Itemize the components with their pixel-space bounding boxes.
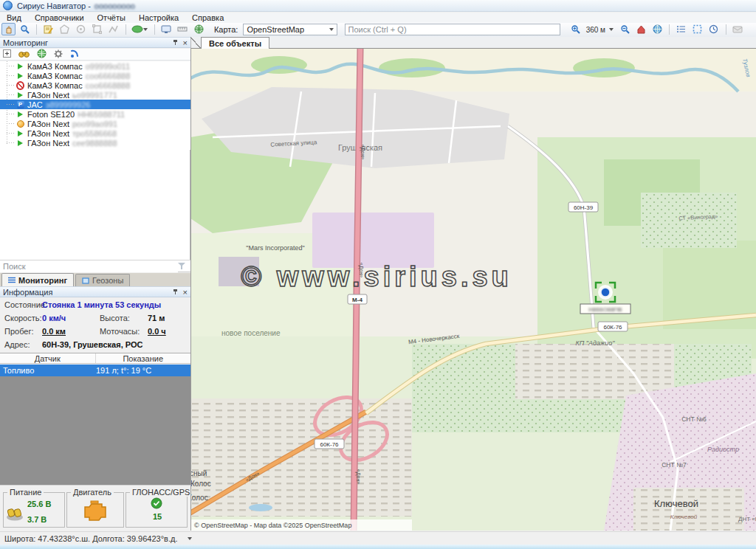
pin-icon[interactable]: [172, 39, 179, 46]
map-canvas[interactable]: Тузлов Советская улица Грушевская "Mars …: [190, 49, 756, 531]
measure-icon[interactable]: [176, 23, 190, 35]
legend-list-icon[interactable]: [674, 23, 688, 35]
status-parking-icon: [17, 101, 24, 108]
status-moving-icon: [18, 73, 23, 79]
place-snt6: СНТ №6: [681, 415, 707, 423]
vehicle-tree: КамАЗ Компасо99999о011 КамАЗ Компассоо66…: [0, 61, 190, 150]
close-icon[interactable]: ×: [183, 289, 188, 296]
expand-all-icon[interactable]: [3, 49, 11, 59]
place-novoe: новое поселение: [221, 329, 281, 337]
global-search-input[interactable]: [345, 24, 560, 35]
phone-track-icon[interactable]: [70, 49, 79, 60]
map-provider-select[interactable]: OpenStreetMap: [243, 24, 337, 35]
layers-dropdown-icon[interactable]: [131, 23, 150, 35]
globe-icon[interactable]: [650, 23, 664, 35]
window-title-redacted: ооооооооо: [94, 1, 135, 10]
settings-gear-icon[interactable]: [54, 49, 63, 60]
sensor-row[interactable]: Топливо 191 л; t°: 19 °C: [0, 365, 190, 376]
filter-funnel-icon[interactable]: [178, 263, 186, 270]
home-icon[interactable]: [634, 23, 648, 35]
zoom-in-icon[interactable]: [568, 23, 583, 35]
vehicle-name: JAC: [27, 100, 43, 109]
engine-hours-label: Моточасы:: [100, 327, 140, 336]
menu-nastroyka[interactable]: Настройка: [132, 13, 185, 22]
vehicle-plate: ьо99991771: [72, 91, 117, 100]
tab-all-objects[interactable]: Все объекты: [201, 37, 269, 49]
web-map-icon[interactable]: [192, 23, 206, 35]
vehicle-name: ГАЗон Next: [27, 91, 69, 100]
geozone-icon: [82, 277, 89, 284]
place-kolos2: Колос: [190, 494, 208, 502]
tree-empty-space: [0, 150, 190, 260]
vehicle-name: ГАЗон Next: [27, 139, 69, 148]
panel-splitter[interactable]: [190, 49, 191, 531]
power-label: Питание: [7, 488, 44, 497]
tree-item-selected[interactable]: JACэ899999926: [0, 100, 190, 109]
status-blocked-icon: [16, 81, 24, 90]
tree-item[interactable]: КамАЗ Компасо99999о011: [0, 61, 190, 71]
chevron-down-icon: [329, 28, 334, 31]
tab-monitoring-label: Мониторинг: [18, 276, 67, 285]
tree-item[interactable]: ГАЗон Nextтро5586668: [0, 128, 190, 138]
close-icon[interactable]: ×: [183, 39, 188, 46]
pin-icon[interactable]: [172, 289, 179, 295]
tree-item[interactable]: ГАЗон Nextсее9888888: [0, 138, 190, 148]
status-bar: Широта: 47.43238°с.ш. Долгота: 39.96423°…: [0, 531, 756, 545]
shield-60k76-b: 60К-76: [315, 439, 344, 449]
industrial-area: [312, 213, 434, 268]
zoom-level-caret-icon[interactable]: [609, 28, 614, 31]
show-on-map-globe-icon[interactable]: [37, 49, 47, 60]
tab-all-objects-label: Все объекты: [209, 39, 261, 48]
binoculars-icon[interactable]: [18, 49, 30, 60]
pond: [249, 504, 272, 511]
statusbar-caret-icon[interactable]: [188, 537, 192, 540]
sensor-value: 191 л; t°: 19 °C: [96, 366, 151, 375]
tree-search-input[interactable]: [0, 260, 178, 272]
zoom-level-value[interactable]: 360 м: [586, 26, 605, 34]
vehicle-plate: сее9888888: [72, 139, 117, 148]
list-icon: [8, 277, 16, 283]
voltage-backup: 3.7 В: [27, 515, 47, 524]
add-polygon-icon[interactable]: [58, 23, 72, 35]
place-adagio: КП "Адажио": [576, 339, 616, 347]
menu-vid[interactable]: Вид: [0, 13, 28, 22]
mileage-link[interactable]: 0.0 км: [42, 327, 66, 336]
tree-item[interactable]: ГАЗон Nextроо99ао991: [0, 119, 190, 128]
tab-geozones[interactable]: Геозоны: [75, 274, 130, 286]
menu-bar: Вид Справочники Отчёты Настройка Справка: [0, 13, 756, 23]
message-icon[interactable]: [731, 23, 745, 35]
map-tab-diagonal: [190, 37, 201, 49]
menu-spravka[interactable]: Справка: [185, 13, 230, 22]
map-view[interactable]: Тузлов Советская улица Грушевская "Mars …: [190, 49, 756, 531]
tree-item[interactable]: Foton SE120НН65988711: [0, 109, 190, 119]
add-polyline-icon[interactable]: [106, 23, 120, 35]
vehicle-plate: соо6666888: [86, 72, 131, 80]
zoom-window-icon[interactable]: [18, 23, 32, 35]
settlement-klyuchevoy: [633, 488, 744, 531]
engine-hours-link[interactable]: 0.0 ч: [148, 327, 166, 336]
menu-otchety[interactable]: Отчёты: [91, 13, 132, 22]
select-area-icon[interactable]: [690, 23, 704, 35]
edit-notes-icon[interactable]: [41, 23, 55, 35]
menu-spravochniki[interactable]: Справочники: [28, 13, 91, 22]
engine-label: Двигатель: [71, 488, 114, 497]
road-m4-don-label: «Дон»: [360, 145, 365, 159]
speed-value: 0 км/ч: [42, 314, 66, 322]
engine-icon: [80, 500, 110, 522]
coordinates-text: Широта: 47.43238°с.ш. Долгота: 39.96423°…: [4, 534, 177, 543]
place-snt7: СНТ №7: [662, 461, 687, 469]
tab-monitoring[interactable]: Мониторинг: [1, 273, 74, 286]
tree-item[interactable]: ГАЗон Nextьо99991771: [0, 90, 190, 100]
address-value: 60Н-39, Грушевская, РОС: [42, 340, 142, 349]
add-circle-icon[interactable]: [74, 23, 88, 35]
poi-label-mars: "Mars Incorporated": [246, 244, 304, 252]
tree-item[interactable]: КамАЗ Компассоо6666888: [0, 71, 190, 80]
shield-60n39-text: 60Н-39: [574, 204, 594, 211]
tree-item[interactable]: КамАЗ Компассоо6668888: [0, 80, 190, 90]
info-panel-title: Информация: [3, 288, 52, 297]
history-clock-icon[interactable]: [707, 23, 721, 35]
zoom-out-icon[interactable]: [618, 23, 632, 35]
snapshot-icon[interactable]: [159, 23, 173, 35]
pan-tool-icon[interactable]: [1, 23, 16, 35]
edit-geometry-icon[interactable]: [90, 23, 104, 35]
